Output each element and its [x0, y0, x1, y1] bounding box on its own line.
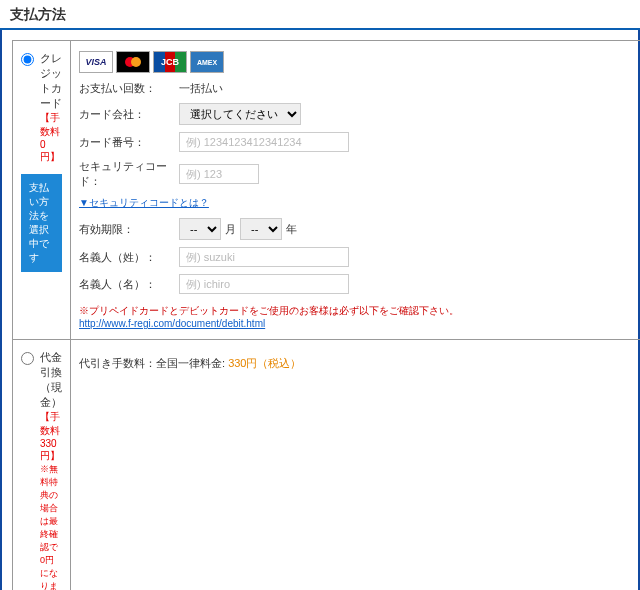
- exp-year-select[interactable]: --: [240, 218, 282, 240]
- jcb-icon: JCB: [153, 51, 187, 73]
- credit-left: クレジットカード 【手数料0円】 支払い方法を選択中です: [13, 41, 71, 340]
- firstname-label: 名義人（名）：: [79, 277, 179, 292]
- cod-fee-label: 代引き手数料：全国一律料金:: [79, 357, 225, 369]
- amex-icon: AMEX: [190, 51, 224, 73]
- payment-table: クレジットカード 【手数料0円】 支払い方法を選択中です VISA JCB AM…: [12, 40, 640, 590]
- cod-body: 代引き手数料：全国一律料金: 330円（税込）: [71, 340, 641, 591]
- cod-note: ※無料特典の場合は最終確認で0円になります: [40, 463, 62, 590]
- exp-month-select[interactable]: --: [179, 218, 221, 240]
- pay-count-label: お支払い回数：: [79, 81, 179, 96]
- cardno-input[interactable]: [179, 132, 349, 152]
- mastercard-icon: [116, 51, 150, 73]
- cod-left: 代金引換（現金） 【手数料330円】 ※無料特典の場合は最終確認で0円になります: [13, 340, 71, 591]
- exp-month-unit: 月: [225, 222, 236, 237]
- seccode-help-link[interactable]: ▼セキュリティコードとは？: [79, 197, 209, 208]
- company-label: カード会社：: [79, 107, 179, 122]
- exp-year-unit: 年: [286, 222, 297, 237]
- selected-indicator: 支払い方法を選択中です: [21, 174, 62, 272]
- credit-label: クレジットカード: [40, 51, 62, 111]
- pay-count-value: 一括払い: [179, 81, 223, 96]
- exp-label: 有効期限：: [79, 222, 179, 237]
- prepaid-note: ※プリペイドカードとデビットカードをご使用のお客様は必ず以下をご確認下さい。: [79, 305, 459, 316]
- cod-fee-value: 330円（税込）: [228, 357, 301, 369]
- lastname-input[interactable]: [179, 247, 349, 267]
- page-title: 支払方法: [0, 0, 640, 30]
- cardno-label: カード番号：: [79, 135, 179, 150]
- prepaid-link[interactable]: http://www.f-regi.com/document/debit.htm…: [79, 318, 265, 329]
- visa-icon: VISA: [79, 51, 113, 73]
- card-logos: VISA JCB AMEX: [79, 51, 640, 73]
- credit-body: VISA JCB AMEX お支払い回数： 一括払い カード会社： 選択してくだ…: [71, 41, 641, 340]
- payment-methods-panel: クレジットカード 【手数料0円】 支払い方法を選択中です VISA JCB AM…: [0, 30, 640, 590]
- seccode-label: セキュリティコード：: [79, 159, 179, 189]
- cod-label: 代金引換（現金）: [40, 350, 62, 410]
- seccode-input[interactable]: [179, 164, 259, 184]
- credit-radio[interactable]: [21, 53, 34, 66]
- credit-fee: 【手数料0円】: [40, 111, 62, 164]
- cod-fee: 【手数料330円】: [40, 410, 62, 463]
- company-select[interactable]: 選択してください: [179, 103, 301, 125]
- cod-radio[interactable]: [21, 352, 34, 365]
- firstname-input[interactable]: [179, 274, 349, 294]
- lastname-label: 名義人（姓）：: [79, 250, 179, 265]
